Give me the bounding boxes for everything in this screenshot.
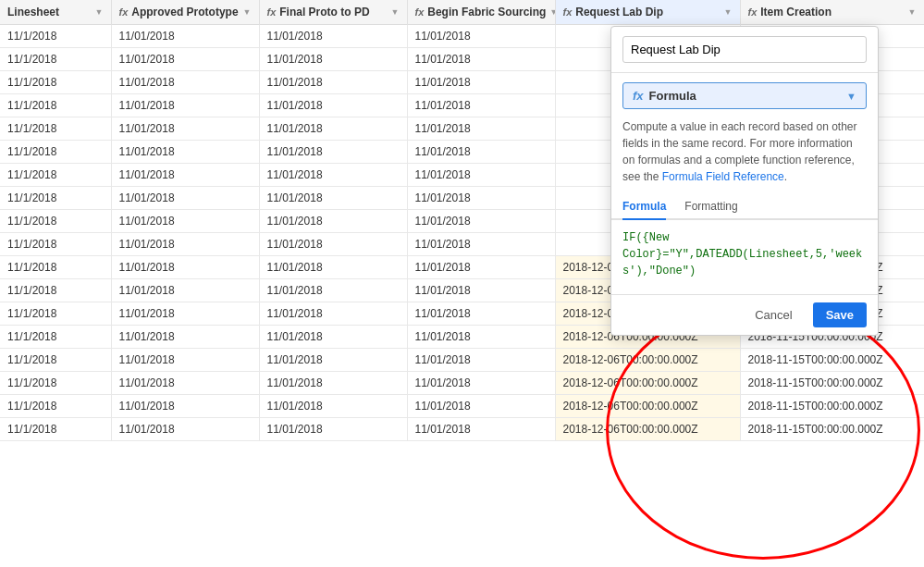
- cell-approved[interactable]: 11/01/2018: [111, 25, 259, 48]
- cell-linesheet[interactable]: 11/1/2018: [0, 395, 111, 418]
- cell-linesheet[interactable]: 11/1/2018: [0, 233, 111, 256]
- cell-approved[interactable]: 11/01/2018: [111, 71, 259, 94]
- cell-begin[interactable]: 11/01/2018: [407, 326, 555, 349]
- cell-final[interactable]: 11/01/2018: [259, 418, 407, 441]
- cell-begin[interactable]: 11/01/2018: [407, 372, 555, 395]
- cell-final[interactable]: 11/01/2018: [259, 94, 407, 117]
- cell-final[interactable]: 11/01/2018: [259, 117, 407, 141]
- col-header-final[interactable]: fx Final Proto to PD ▼: [259, 0, 407, 25]
- cell-approved[interactable]: 11/01/2018: [111, 117, 259, 141]
- col-header-approved[interactable]: fx Approved Prototype ▼: [111, 0, 259, 25]
- cell-approved[interactable]: 11/01/2018: [111, 187, 259, 210]
- cell-linesheet[interactable]: 11/1/2018: [0, 302, 111, 326]
- cell-approved[interactable]: 11/01/2018: [111, 349, 259, 372]
- cell-begin[interactable]: 11/01/2018: [407, 210, 555, 233]
- cell-approved[interactable]: 11/01/2018: [111, 418, 259, 441]
- cell-linesheet[interactable]: 11/1/2018: [0, 71, 111, 94]
- cell-item[interactable]: 2018-11-15T00:00:00.000Z: [740, 395, 924, 418]
- cell-approved[interactable]: 11/01/2018: [111, 256, 259, 279]
- cell-approved[interactable]: 11/01/2018: [111, 164, 259, 187]
- cell-final[interactable]: 11/01/2018: [259, 349, 407, 372]
- cell-linesheet[interactable]: 11/1/2018: [0, 372, 111, 395]
- cell-final[interactable]: 11/01/2018: [259, 256, 407, 279]
- field-editor-popup[interactable]: fx Formula ▼ Compute a value in each rec…: [610, 26, 879, 336]
- cell-final[interactable]: 11/01/2018: [259, 141, 407, 164]
- cell-approved[interactable]: 11/01/2018: [111, 48, 259, 71]
- formula-reference-link[interactable]: Formula Field Reference: [662, 170, 784, 183]
- cell-linesheet[interactable]: 11/1/2018: [0, 48, 111, 71]
- cell-begin[interactable]: 11/01/2018: [407, 233, 555, 256]
- cell-linesheet[interactable]: 11/1/2018: [0, 326, 111, 349]
- popup-tabs: Formula Formatting: [611, 194, 878, 220]
- cell-approved[interactable]: 11/01/2018: [111, 395, 259, 418]
- cell-approved[interactable]: 11/01/2018: [111, 326, 259, 349]
- table-row: 11/1/201811/01/201811/01/201811/01/20182…: [0, 349, 924, 372]
- field-name-input[interactable]: [622, 36, 867, 63]
- cell-approved[interactable]: 11/01/2018: [111, 233, 259, 256]
- cell-begin[interactable]: 11/01/2018: [407, 302, 555, 326]
- cell-final[interactable]: 11/01/2018: [259, 187, 407, 210]
- cell-linesheet[interactable]: 11/1/2018: [0, 94, 111, 117]
- cell-begin[interactable]: 11/01/2018: [407, 349, 555, 372]
- cell-final[interactable]: 11/01/2018: [259, 25, 407, 48]
- cell-begin[interactable]: 11/01/2018: [407, 395, 555, 418]
- cell-linesheet[interactable]: 11/1/2018: [0, 256, 111, 279]
- cell-linesheet[interactable]: 11/1/2018: [0, 418, 111, 441]
- cell-linesheet[interactable]: 11/1/2018: [0, 349, 111, 372]
- cell-begin[interactable]: 11/01/2018: [407, 256, 555, 279]
- cell-item[interactable]: 2018-11-15T00:00:00.000Z: [740, 418, 924, 441]
- cell-linesheet[interactable]: 11/1/2018: [0, 187, 111, 210]
- cell-request[interactable]: 2018-12-06T00:00:00.000Z: [555, 349, 740, 372]
- fx-icon-begin: fx: [415, 6, 425, 18]
- cell-approved[interactable]: 11/01/2018: [111, 141, 259, 164]
- col-header-request[interactable]: fx Request Lab Dip ▼: [555, 0, 740, 25]
- cell-begin[interactable]: 11/01/2018: [407, 71, 555, 94]
- cell-linesheet[interactable]: 11/1/2018: [0, 141, 111, 164]
- cell-final[interactable]: 11/01/2018: [259, 302, 407, 326]
- cell-item[interactable]: 2018-11-15T00:00:00.000Z: [740, 349, 924, 372]
- cell-begin[interactable]: 11/01/2018: [407, 48, 555, 71]
- cell-request[interactable]: 2018-12-06T00:00:00.000Z: [555, 418, 740, 441]
- cell-final[interactable]: 11/01/2018: [259, 326, 407, 349]
- cell-final[interactable]: 11/01/2018: [259, 71, 407, 94]
- col-header-linesheet[interactable]: Linesheet ▼: [0, 0, 111, 25]
- cell-approved[interactable]: 11/01/2018: [111, 210, 259, 233]
- cancel-button[interactable]: Cancel: [742, 302, 805, 327]
- type-dropdown[interactable]: fx Formula ▼: [622, 82, 867, 109]
- col-header-item[interactable]: fx Item Creation ▼: [740, 0, 924, 25]
- cell-final[interactable]: 11/01/2018: [259, 164, 407, 187]
- cell-linesheet[interactable]: 11/1/2018: [0, 210, 111, 233]
- cell-final[interactable]: 11/01/2018: [259, 233, 407, 256]
- tab-formula[interactable]: Formula: [622, 194, 666, 220]
- cell-final[interactable]: 11/01/2018: [259, 395, 407, 418]
- cell-approved[interactable]: 11/01/2018: [111, 302, 259, 326]
- tab-formatting[interactable]: Formatting: [684, 194, 737, 220]
- cell-final[interactable]: 11/01/2018: [259, 372, 407, 395]
- cell-begin[interactable]: 11/01/2018: [407, 94, 555, 117]
- cell-request[interactable]: 2018-12-06T00:00:00.000Z: [555, 372, 740, 395]
- cell-begin[interactable]: 11/01/2018: [407, 117, 555, 141]
- cell-linesheet[interactable]: 11/1/2018: [0, 25, 111, 48]
- cell-begin[interactable]: 11/01/2018: [407, 279, 555, 302]
- cell-approved[interactable]: 11/01/2018: [111, 94, 259, 117]
- cell-request[interactable]: 2018-12-06T00:00:00.000Z: [555, 395, 740, 418]
- save-button[interactable]: Save: [813, 302, 867, 327]
- cell-linesheet[interactable]: 11/1/2018: [0, 164, 111, 187]
- cell-item[interactable]: 2018-11-15T00:00:00.000Z: [740, 372, 924, 395]
- cell-begin[interactable]: 11/01/2018: [407, 25, 555, 48]
- table-row: 11/1/201811/01/201811/01/201811/01/20182…: [0, 395, 924, 418]
- cell-linesheet[interactable]: 11/1/2018: [0, 279, 111, 302]
- cell-final[interactable]: 11/01/2018: [259, 210, 407, 233]
- cell-begin[interactable]: 11/01/2018: [407, 141, 555, 164]
- formula-code[interactable]: IF({New Color}="Y",DATEADD(Linesheet,5,'…: [622, 229, 867, 279]
- table-header-row: Linesheet ▼ fx Approved Prototype ▼ fx F…: [0, 0, 924, 25]
- cell-final[interactable]: 11/01/2018: [259, 279, 407, 302]
- cell-linesheet[interactable]: 11/1/2018: [0, 117, 111, 141]
- cell-begin[interactable]: 11/01/2018: [407, 164, 555, 187]
- cell-begin[interactable]: 11/01/2018: [407, 187, 555, 210]
- cell-approved[interactable]: 11/01/2018: [111, 372, 259, 395]
- cell-begin[interactable]: 11/01/2018: [407, 418, 555, 441]
- cell-final[interactable]: 11/01/2018: [259, 48, 407, 71]
- col-header-begin[interactable]: fx Begin Fabric Sourcing ▼: [407, 0, 555, 25]
- cell-approved[interactable]: 11/01/2018: [111, 279, 259, 302]
